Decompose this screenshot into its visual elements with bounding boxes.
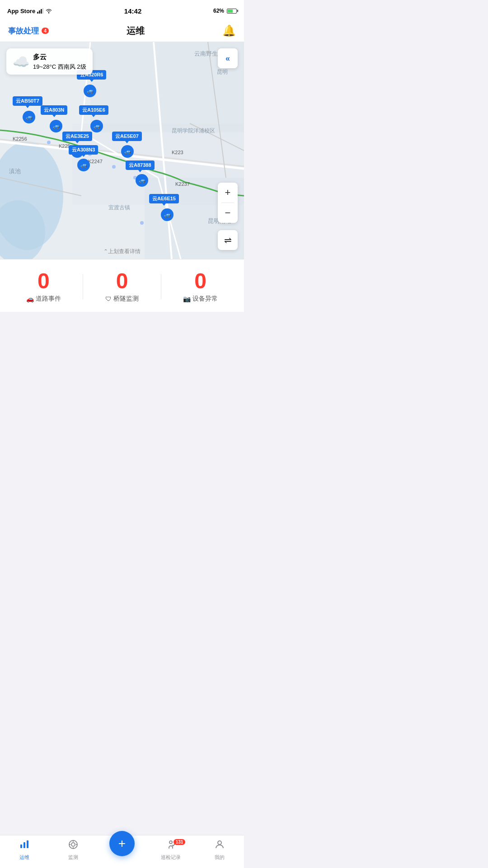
- svg-text:宜渡古镇: 宜渡古镇: [108, 204, 130, 211]
- weather-detail: 19~28°C 西南风 2级: [33, 62, 86, 71]
- svg-text:K223: K223: [172, 150, 183, 155]
- accident-badge: 4: [42, 28, 49, 34]
- zoom-controls: + −: [218, 183, 238, 223]
- page-title: 运维: [127, 25, 145, 37]
- vehicle-dot-A803N: 🚙: [50, 120, 62, 132]
- vehicle-label-AB50T7[interactable]: 云AB50T7: [13, 96, 42, 106]
- stat-device-anomaly[interactable]: 0 📷 设备异常: [161, 270, 239, 303]
- vehicle-dot-AE6E15: 🚙: [161, 208, 174, 221]
- svg-rect-1: [39, 10, 40, 14]
- bridge-monitor-label: 🛡 桥隧监测: [105, 295, 139, 303]
- status-carrier: App Store: [7, 8, 52, 14]
- signal-icon: [37, 8, 43, 14]
- stat-bridge-monitor[interactable]: 0 🛡 桥隧监测: [83, 270, 161, 303]
- svg-text:昆明: 昆明: [217, 69, 228, 75]
- device-anomaly-label: 📷 设备异常: [183, 295, 218, 303]
- carrier-text: App Store: [7, 8, 35, 14]
- collapse-button[interactable]: «: [218, 48, 238, 68]
- rotate-button[interactable]: ⇌: [218, 230, 238, 250]
- vehicle-label-AE3E25[interactable]: 云AE3E25: [62, 132, 92, 141]
- svg-rect-2: [41, 9, 42, 14]
- weather-info: 多云 19~28°C 西南风 2级: [33, 52, 86, 71]
- status-bar: App Store 14:42 62%: [0, 0, 244, 20]
- svg-rect-3: [42, 8, 43, 14]
- stat-road-events[interactable]: 0 🚗 道路事件: [5, 270, 83, 303]
- vehicle-dot-A87388: 🚙: [136, 174, 148, 187]
- battery-icon: [227, 9, 237, 14]
- vehicle-label-A105E6[interactable]: 云A105E6: [79, 105, 108, 115]
- signal-dot-1: [47, 141, 51, 144]
- svg-rect-0: [37, 12, 38, 14]
- weather-condition: 多云: [33, 52, 86, 62]
- map-container[interactable]: 云南野生动物园 昆明 昆明学院洋浦校区 滇池 宜渡古镇 昆明南站 K2256 K…: [0, 42, 244, 259]
- svg-text:滇池: 滇池: [9, 168, 21, 175]
- zoom-in-button[interactable]: +: [218, 183, 238, 203]
- accident-label: 事故处理: [8, 26, 39, 36]
- battery-fill: [228, 9, 233, 13]
- vehicle-dot-A105E6: 🚙: [90, 120, 103, 132]
- status-battery: 62%: [213, 8, 237, 14]
- vehicle-dot-A320R6: 🚙: [84, 85, 96, 97]
- svg-text:K2256: K2256: [13, 136, 27, 142]
- svg-text:K2237: K2237: [175, 181, 190, 187]
- signal-dot-3: [112, 165, 116, 169]
- vehicle-label-A308N3[interactable]: 云A308N3: [69, 145, 98, 155]
- vehicle-dot-A308N3: 🚙: [77, 159, 90, 171]
- status-time: 14:42: [124, 7, 141, 15]
- app-header: 事故处理 4 运维 🔔: [0, 20, 244, 42]
- vehicle-dot-AE5E07: 🚙: [121, 145, 134, 158]
- stats-panel: 0 🚗 道路事件 0 🛡 桥隧监测 0 📷 设备异常: [0, 259, 244, 312]
- svg-text:昆明学院洋浦校区: 昆明学院洋浦校区: [172, 127, 215, 134]
- battery-tip: [237, 10, 238, 12]
- vehicle-label-AE6E15[interactable]: 云AE6E15: [149, 194, 179, 203]
- svg-text:K2247: K2247: [88, 159, 103, 164]
- vehicle-label-A803N[interactable]: 云A803N: [41, 105, 67, 115]
- weather-widget: ☁️ 多云 19~28°C 西南风 2级: [6, 48, 93, 75]
- rotate-icon: ⇌: [224, 235, 232, 245]
- wifi-icon: [45, 8, 52, 14]
- road-events-label: 🚗 道路事件: [26, 295, 61, 303]
- vehicle-label-AE5E07[interactable]: 云AE5E07: [112, 132, 142, 141]
- swipe-hint: ⌃上划查看详情: [103, 248, 141, 255]
- vehicle-dot-AB50T7: 🚙: [23, 111, 35, 123]
- bridge-monitor-number: 0: [116, 270, 128, 292]
- device-anomaly-number: 0: [194, 270, 206, 292]
- road-events-number: 0: [38, 270, 50, 292]
- weather-icon: ☁️: [13, 54, 29, 70]
- vehicle-label-A87388[interactable]: 云A87388: [126, 160, 155, 170]
- collapse-icon: «: [225, 54, 230, 63]
- bell-button[interactable]: 🔔: [222, 24, 236, 37]
- signal-dot-6: [140, 221, 144, 225]
- accident-button[interactable]: 事故处理 4: [8, 26, 49, 36]
- zoom-out-button[interactable]: −: [218, 203, 238, 223]
